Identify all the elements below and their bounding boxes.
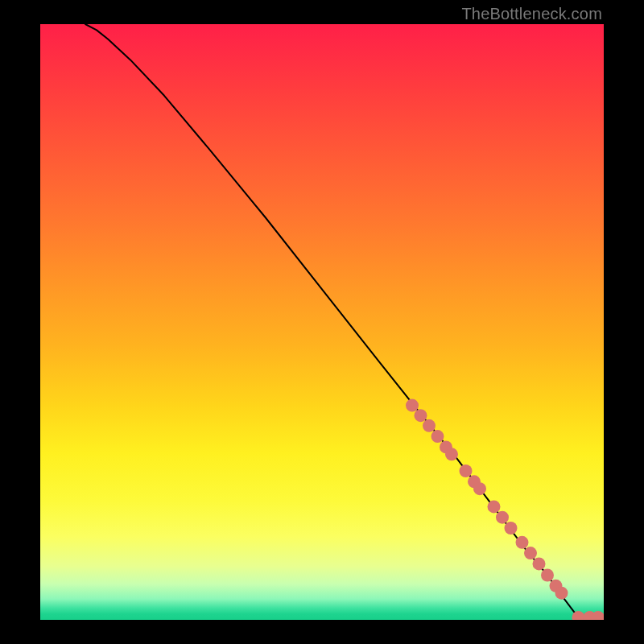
highlight-marker xyxy=(445,448,458,460)
plot-overlay xyxy=(40,24,604,620)
highlight-marker xyxy=(406,399,419,412)
highlight-marker xyxy=(541,569,554,582)
highlight-marker xyxy=(473,482,486,495)
highlight-marker xyxy=(423,419,436,432)
curve-line xyxy=(85,24,604,618)
chart-stage: TheBottleneck.com xyxy=(0,0,644,644)
highlight-marker xyxy=(496,511,509,524)
highlight-markers xyxy=(406,399,604,620)
highlight-marker xyxy=(431,430,444,443)
watermark-label: TheBottleneck.com xyxy=(461,5,602,23)
highlight-marker xyxy=(505,522,518,535)
plot-area xyxy=(40,24,604,620)
highlight-marker xyxy=(533,557,546,570)
highlight-marker xyxy=(524,547,537,559)
highlight-marker xyxy=(488,500,501,513)
highlight-marker xyxy=(415,409,427,422)
highlight-marker xyxy=(516,536,529,549)
highlight-marker xyxy=(555,587,568,600)
highlight-marker xyxy=(460,464,473,477)
